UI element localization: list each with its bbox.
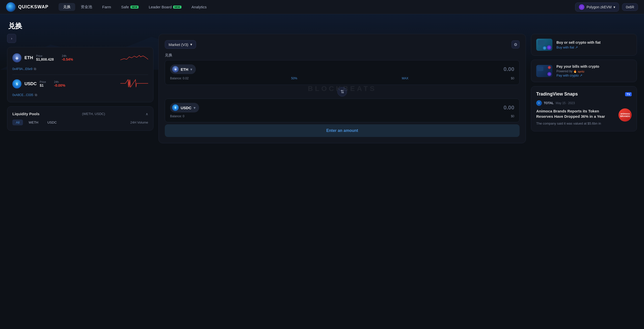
pay-promo-image bbox=[536, 65, 552, 77]
collapse-button[interactable]: › bbox=[7, 34, 16, 43]
eth-symbol: ETH bbox=[24, 55, 33, 60]
from-token-top: ◆ ETH ▾ 0.00 bbox=[170, 64, 514, 74]
swap-card: BLOCKBEATS Market (V3) ▾ ⚙ 兑换 ◆ ETH bbox=[158, 34, 526, 143]
logo-text: QUICKSWAP bbox=[18, 4, 48, 10]
leaderboard-badge: NEW bbox=[173, 6, 181, 9]
news-source-name: TOTAL bbox=[544, 101, 554, 105]
to-token-name: USDC bbox=[181, 106, 192, 110]
liquidity-tab-all[interactable]: All bbox=[12, 120, 23, 125]
chevron-down-icon: ▾ bbox=[190, 42, 192, 47]
spritz-flame-icon: 🔥 bbox=[573, 70, 577, 73]
from-chevron-icon: ▾ bbox=[190, 67, 192, 72]
from-token-name: ETH bbox=[181, 67, 188, 72]
eth-price-label: Price bbox=[36, 54, 54, 57]
to-amount[interactable]: 0.00 bbox=[469, 104, 514, 111]
buy-promo-text: Buy or sell crypto with fiat Buy with fi… bbox=[556, 40, 601, 49]
usdc-address[interactable]: 0xA8CE...C035 bbox=[12, 93, 33, 97]
network-selector[interactable]: Polygon zkEVM ▾ bbox=[575, 3, 619, 12]
news-date: May 15 · 2023 bbox=[556, 101, 575, 105]
from-amount[interactable]: 0.00 bbox=[469, 66, 514, 73]
eth-change-value: -0.54% bbox=[62, 57, 73, 61]
page-content: 兑换 › ◆ ETH Price $1,808.428 24h bbox=[0, 14, 644, 150]
liquidity-tab-weth[interactable]: WETH bbox=[25, 120, 42, 125]
swap-section-label: 兑换 bbox=[165, 53, 520, 58]
eth-price-value: $1,808.428 bbox=[36, 57, 54, 61]
polygon-icon bbox=[579, 4, 584, 10]
buy-with-fiat-link[interactable]: Buy with fiat ↗ bbox=[556, 45, 601, 49]
usdc-copy-icon[interactable]: ⧉ bbox=[35, 93, 37, 97]
usdc-address-row: 0xA8CE...C035 ⧉ bbox=[12, 93, 148, 97]
usdc-icon: $ bbox=[12, 79, 21, 88]
nav-links: 兑换 资金池 Farm Safe NEW Leader Board NEW An… bbox=[59, 3, 575, 11]
eth-mini-chart bbox=[120, 52, 148, 63]
chevron-up-icon[interactable]: ∧ bbox=[146, 112, 148, 116]
news-card: TradingView Snaps TV T TOTAL May 15 · 20… bbox=[531, 86, 637, 131]
from-token-bottom: Balance: 0.02 50% MAX $0 bbox=[170, 76, 514, 81]
spritz-badge: 🔥 spritz bbox=[573, 70, 584, 73]
eth-address-row: 0x4F9A...E6e9 ⧉ bbox=[12, 67, 148, 71]
pct-50-button[interactable]: 50% bbox=[289, 76, 299, 81]
logo-icon bbox=[6, 2, 16, 12]
max-button[interactable]: MAX bbox=[400, 76, 410, 81]
swap-arrows-icon: ⇅ bbox=[340, 89, 344, 95]
nav-farm[interactable]: Farm bbox=[98, 3, 116, 11]
news-thumbnail: animoca BRANDS bbox=[619, 108, 632, 122]
logo[interactable]: QUICKSWAP bbox=[6, 2, 48, 12]
navbar: QUICKSWAP 兑换 资金池 Farm Safe NEW Leader Bo… bbox=[0, 0, 644, 14]
nav-pool[interactable]: 资金池 bbox=[76, 3, 97, 11]
liquidity-title: Liquidity Pools bbox=[12, 112, 40, 116]
from-token-selector[interactable]: ◆ ETH ▾ bbox=[170, 64, 196, 74]
to-balance: Balance: 0 bbox=[170, 114, 184, 118]
news-header: TradingView Snaps TV bbox=[536, 91, 632, 97]
divider bbox=[12, 75, 148, 75]
volume-label: 24H Volume bbox=[130, 121, 148, 124]
usdc-symbol: USDC bbox=[24, 81, 37, 86]
usdc-change-block: 24h -0.00% bbox=[54, 80, 65, 87]
swap-direction-button[interactable]: ⇅ bbox=[337, 87, 347, 97]
to-token-selector[interactable]: $ USDC ▾ bbox=[170, 103, 199, 112]
from-token-icon: ◆ bbox=[172, 66, 179, 73]
news-content: animoca BRANDS Animoca Brands Reports it… bbox=[536, 108, 632, 126]
eth-change-block: 24h -0.54% bbox=[62, 54, 73, 61]
nav-leaderboard[interactable]: Leader Board NEW bbox=[144, 3, 186, 11]
settings-button[interactable]: ⚙ bbox=[512, 40, 520, 49]
total-icon: T bbox=[539, 102, 540, 104]
buy-promo-image bbox=[536, 39, 552, 51]
chevron-right-icon: › bbox=[11, 36, 12, 40]
network-label: Polygon zkEVM bbox=[586, 5, 611, 9]
nav-right: Polygon zkEVM ▾ 0x6R bbox=[575, 3, 638, 12]
tradingview-logo: TV bbox=[625, 92, 632, 96]
to-token-bottom: Balance: 0 $0 bbox=[170, 114, 514, 118]
usdc-token-row: $ USDC Price $1 24h -0.00% bbox=[12, 78, 148, 89]
news-section-title: TradingView Snaps bbox=[536, 91, 578, 97]
nav-safe[interactable]: Safe NEW bbox=[117, 3, 143, 11]
news-body: The company said it was valued at $5.6bn… bbox=[536, 121, 632, 126]
center-panel: BLOCKBEATS Market (V3) ▾ ⚙ 兑换 ◆ ETH bbox=[158, 34, 526, 143]
to-token-block: $ USDC ▾ 0.00 Balance: 0 $0 bbox=[165, 99, 520, 122]
to-token-top: $ USDC ▾ 0.00 bbox=[170, 103, 514, 112]
pay-with-crypto-link[interactable]: Pay with crypto ↗ bbox=[556, 74, 599, 77]
enter-amount-button[interactable]: Enter an amount bbox=[165, 124, 520, 137]
chevron-down-icon: ▾ bbox=[613, 5, 615, 9]
eth-token-row: ◆ ETH Price $1,808.428 24h -0.54% bbox=[12, 52, 148, 63]
liquidity-header: Liquidity Pools (WETH, USDC) ∧ bbox=[12, 112, 148, 116]
market-label: Market (V3) bbox=[169, 42, 188, 47]
usdc-mini-chart bbox=[120, 78, 148, 89]
eth-copy-icon[interactable]: ⧉ bbox=[34, 67, 36, 71]
nav-swap[interactable]: 兑换 bbox=[59, 3, 75, 11]
eth-address[interactable]: 0x4F9A...E6e9 bbox=[12, 67, 32, 71]
right-panel: Buy or sell crypto with fiat Buy with fi… bbox=[531, 34, 637, 143]
usdc-change-value: -0.00% bbox=[54, 83, 65, 87]
eth-icon: ◆ bbox=[12, 53, 21, 62]
swap-header: Market (V3) ▾ ⚙ bbox=[165, 40, 520, 49]
to-usd: $0 bbox=[511, 114, 514, 118]
left-panel: › ◆ ETH Price $1,808.428 24h -0.54% bbox=[7, 34, 153, 143]
market-selector[interactable]: Market (V3) ▾ bbox=[165, 40, 196, 49]
to-token-icon: $ bbox=[172, 104, 179, 111]
news-source-icon: T bbox=[536, 100, 542, 106]
wallet-button[interactable]: 0x6R bbox=[622, 3, 638, 11]
nav-analytics[interactable]: Analytics bbox=[187, 3, 211, 11]
usdc-price-label: Price bbox=[40, 80, 46, 83]
pay-promo-text: Pay your bills with crypto Powered by 🔥 … bbox=[556, 64, 599, 77]
liquidity-tab-usdc[interactable]: USDC bbox=[44, 120, 60, 125]
